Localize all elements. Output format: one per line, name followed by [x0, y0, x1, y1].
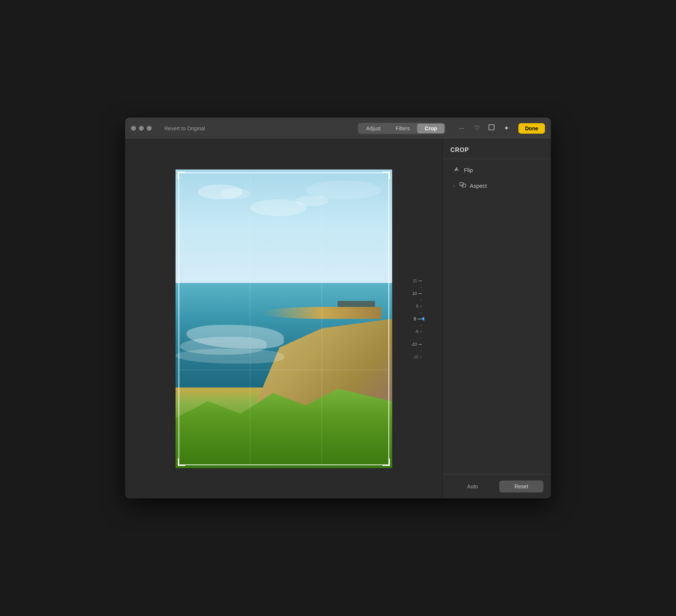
- traffic-lights: [131, 126, 152, 131]
- auto-button[interactable]: Auto: [450, 480, 495, 492]
- dial-tick-dot5: [400, 335, 422, 340]
- heart-icon: ♡: [474, 124, 480, 132]
- dial-indicator: [421, 317, 424, 321]
- done-button[interactable]: Done: [518, 123, 545, 134]
- reset-button[interactable]: Reset: [499, 480, 544, 492]
- photo-area: 15 10 5: [125, 139, 443, 498]
- photo-image: [176, 169, 392, 468]
- dial-tick-15: 15: [400, 277, 422, 284]
- revert-button[interactable]: Revert to Original: [160, 124, 210, 133]
- dial-tick-dot3: [400, 310, 422, 315]
- chevron-right-icon: ›: [453, 183, 455, 188]
- sidebar-item-aspect[interactable]: › Aspect: [446, 178, 548, 193]
- dial-tick-neg10: -10: [400, 340, 422, 348]
- tab-crop[interactable]: Crop: [417, 124, 444, 133]
- photo-container: 15 10 5: [176, 169, 392, 468]
- favorite-button[interactable]: ♡: [471, 122, 483, 134]
- dial-tick-dot6: [400, 348, 422, 353]
- toolbar-icons: ··· ♡ ✦: [456, 122, 512, 134]
- tab-group: Adjust Filters Crop: [358, 123, 445, 134]
- maximize-button[interactable]: [147, 126, 152, 131]
- dial-tick-dot1: [400, 284, 422, 290]
- crop-rect-button[interactable]: [486, 122, 497, 134]
- svg-marker-2: [457, 167, 459, 171]
- dial-tick-5: 5: [400, 302, 422, 310]
- enhance-icon: ✦: [504, 124, 509, 132]
- more-icon: ···: [459, 125, 464, 132]
- flip-icon: [453, 166, 460, 174]
- aspect-label: Aspect: [470, 183, 487, 189]
- flip-label: Flip: [464, 167, 473, 173]
- sidebar-footer: Auto Reset: [443, 474, 551, 498]
- dial-tick-0: 0: [400, 315, 422, 323]
- title-bar: Revert to Original Adjust Filters Crop ·…: [125, 118, 551, 139]
- app-window: Revert to Original Adjust Filters Crop ·…: [125, 118, 551, 498]
- tab-adjust[interactable]: Adjust: [359, 124, 388, 133]
- close-button[interactable]: [131, 126, 136, 131]
- svg-rect-0: [489, 125, 494, 130]
- main-content: 15 10 5: [125, 139, 551, 498]
- minimize-button[interactable]: [139, 126, 144, 131]
- more-options-button[interactable]: ···: [456, 122, 468, 134]
- dial-tick-dot4: [400, 323, 422, 328]
- svg-marker-1: [454, 167, 457, 171]
- tab-filters[interactable]: Filters: [388, 124, 417, 133]
- crop-rect-icon: [488, 124, 495, 133]
- rotation-dial[interactable]: 15 10 5: [400, 259, 422, 379]
- dial-tick-dot2: [400, 297, 422, 302]
- sidebar-section: Flip › Aspect: [443, 159, 551, 196]
- aspect-icon: [459, 181, 466, 190]
- sidebar-title: CROP: [443, 147, 551, 159]
- sidebar-item-flip[interactable]: Flip: [446, 162, 548, 178]
- dial-tick-neg15: -15: [400, 353, 422, 361]
- dial-tick-neg5: -5: [400, 328, 422, 335]
- sidebar: CROP Flip ›: [443, 139, 551, 498]
- enhance-button[interactable]: ✦: [500, 122, 512, 134]
- dial-tick-10: 10: [400, 290, 422, 297]
